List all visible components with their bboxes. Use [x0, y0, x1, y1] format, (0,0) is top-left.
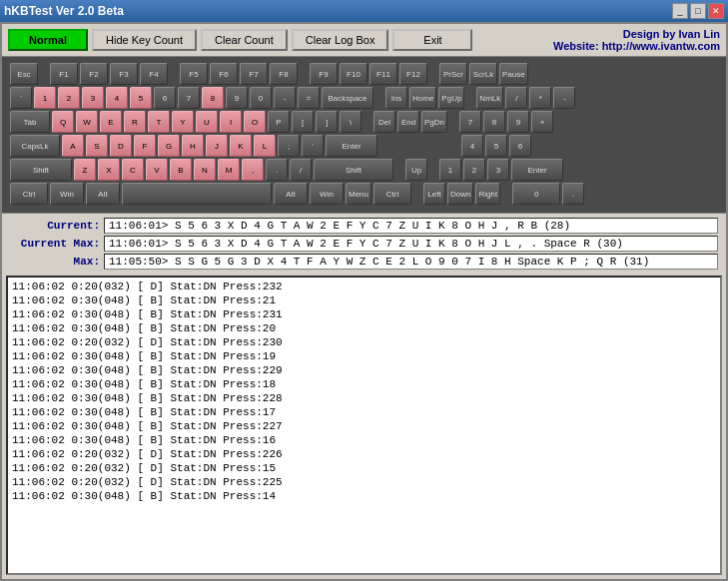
minimize-button[interactable]: _ — [672, 3, 688, 19]
key-ins[interactable]: Ins — [385, 87, 407, 109]
clear-log-box-button[interactable]: Clear Log Box — [292, 29, 389, 51]
key-semicolon[interactable]: ; — [278, 135, 300, 157]
key-scrlk[interactable]: ScrLk — [469, 63, 497, 85]
key-h[interactable]: H — [182, 135, 204, 157]
key-b[interactable]: B — [170, 159, 192, 181]
key-f11[interactable]: F11 — [369, 63, 397, 85]
key-esc[interactable]: Esc — [10, 63, 38, 85]
key-minus[interactable]: - — [274, 87, 296, 109]
key-s[interactable]: S — [86, 135, 108, 157]
key-v[interactable]: V — [146, 159, 168, 181]
key-x[interactable]: X — [98, 159, 120, 181]
key-enter[interactable]: Enter — [326, 135, 377, 157]
key-l[interactable]: L — [254, 135, 276, 157]
key-down[interactable]: Down — [447, 183, 473, 205]
close-button[interactable]: ✕ — [708, 3, 724, 19]
key-numenter[interactable]: Enter — [511, 159, 563, 181]
key-num5[interactable]: 5 — [485, 135, 507, 157]
key-tab[interactable]: Tab — [10, 111, 50, 133]
key-p[interactable]: P — [268, 111, 290, 133]
key-1[interactable]: 1 — [34, 87, 56, 109]
key-4[interactable]: 4 — [106, 87, 128, 109]
key-i[interactable]: I — [220, 111, 242, 133]
key-num6[interactable]: 6 — [509, 135, 531, 157]
key-7[interactable]: 7 — [178, 87, 200, 109]
normal-button[interactable]: Normal — [8, 29, 88, 51]
key-del[interactable]: Del — [373, 111, 395, 133]
maximize-button[interactable]: □ — [690, 3, 706, 19]
key-up[interactable]: Up — [405, 159, 427, 181]
key-end[interactable]: End — [397, 111, 419, 133]
key-backspace[interactable]: Backspace — [322, 87, 373, 109]
key-backslash[interactable]: \ — [340, 111, 362, 133]
exit-button[interactable]: Exit — [392, 29, 472, 51]
key-5[interactable]: 5 — [130, 87, 152, 109]
key-n[interactable]: N — [194, 159, 216, 181]
window-controls[interactable]: _ □ ✕ — [672, 3, 724, 19]
key-pgup[interactable]: PgUp — [438, 87, 464, 109]
key-win-right[interactable]: Win — [310, 183, 344, 205]
key-z[interactable]: Z — [74, 159, 96, 181]
key-backtick[interactable]: ` — [10, 87, 32, 109]
key-2[interactable]: 2 — [58, 87, 80, 109]
key-f7[interactable]: F7 — [240, 63, 268, 85]
key-f1[interactable]: F1 — [50, 63, 78, 85]
key-rbracket[interactable]: ] — [316, 111, 338, 133]
key-num9[interactable]: 9 — [507, 111, 529, 133]
key-m[interactable]: M — [218, 159, 240, 181]
key-f2[interactable]: F2 — [80, 63, 108, 85]
key-lbracket[interactable]: [ — [292, 111, 314, 133]
key-quote[interactable]: ' — [302, 135, 324, 157]
log-area[interactable]: 11:06:02 0:20(032) [ D] Stat:DN Press:23… — [6, 276, 722, 575]
key-num4[interactable]: 4 — [461, 135, 483, 157]
key-alt-right[interactable]: Alt — [274, 183, 308, 205]
key-slash[interactable]: / — [290, 159, 312, 181]
key-prscr[interactable]: PrScr — [439, 63, 467, 85]
key-f8[interactable]: F8 — [270, 63, 298, 85]
key-numminus[interactable]: - — [553, 87, 575, 109]
key-num7[interactable]: 7 — [459, 111, 481, 133]
key-pgdn[interactable]: PgDn — [421, 111, 447, 133]
key-8[interactable]: 8 — [202, 87, 224, 109]
key-comma[interactable]: , — [242, 159, 264, 181]
key-o[interactable]: O — [244, 111, 266, 133]
key-q[interactable]: Q — [52, 111, 74, 133]
hide-key-count-button[interactable]: Hide Key Count — [92, 29, 197, 51]
key-f9[interactable]: F9 — [310, 63, 338, 85]
key-num1[interactable]: 1 — [439, 159, 461, 181]
key-numslash[interactable]: / — [505, 87, 527, 109]
key-menu[interactable]: Menu — [346, 183, 371, 205]
key-f[interactable]: F — [134, 135, 156, 157]
key-num2[interactable]: 2 — [463, 159, 485, 181]
key-3[interactable]: 3 — [82, 87, 104, 109]
key-y[interactable]: Y — [172, 111, 194, 133]
key-shift-right[interactable]: Shift — [314, 159, 393, 181]
key-numplus[interactable]: + — [531, 111, 553, 133]
key-f12[interactable]: F12 — [399, 63, 427, 85]
key-ctrl-right[interactable]: Ctrl — [373, 183, 411, 205]
key-numstar[interactable]: * — [529, 87, 551, 109]
key-alt-left[interactable]: Alt — [86, 183, 120, 205]
key-capslock[interactable]: CapsLk — [10, 135, 60, 157]
key-f4[interactable]: F4 — [140, 63, 168, 85]
key-w[interactable]: W — [76, 111, 98, 133]
key-c[interactable]: C — [122, 159, 144, 181]
key-num8[interactable]: 8 — [483, 111, 505, 133]
key-t[interactable]: T — [148, 111, 170, 133]
key-r[interactable]: R — [124, 111, 146, 133]
key-a[interactable]: A — [62, 135, 84, 157]
key-f5[interactable]: F5 — [180, 63, 208, 85]
clear-count-button[interactable]: Clear Count — [201, 29, 288, 51]
key-num3[interactable]: 3 — [487, 159, 509, 181]
key-equals[interactable]: = — [298, 87, 320, 109]
key-win-left[interactable]: Win — [50, 183, 84, 205]
key-9[interactable]: 9 — [226, 87, 248, 109]
key-j[interactable]: J — [206, 135, 228, 157]
key-numlk[interactable]: NmLk — [476, 87, 503, 109]
key-period[interactable]: . — [266, 159, 288, 181]
key-shift-left[interactable]: Shift — [10, 159, 72, 181]
key-pause[interactable]: Pause — [499, 63, 528, 85]
key-space[interactable] — [122, 183, 272, 205]
key-home[interactable]: Home — [409, 87, 436, 109]
key-f3[interactable]: F3 — [110, 63, 138, 85]
